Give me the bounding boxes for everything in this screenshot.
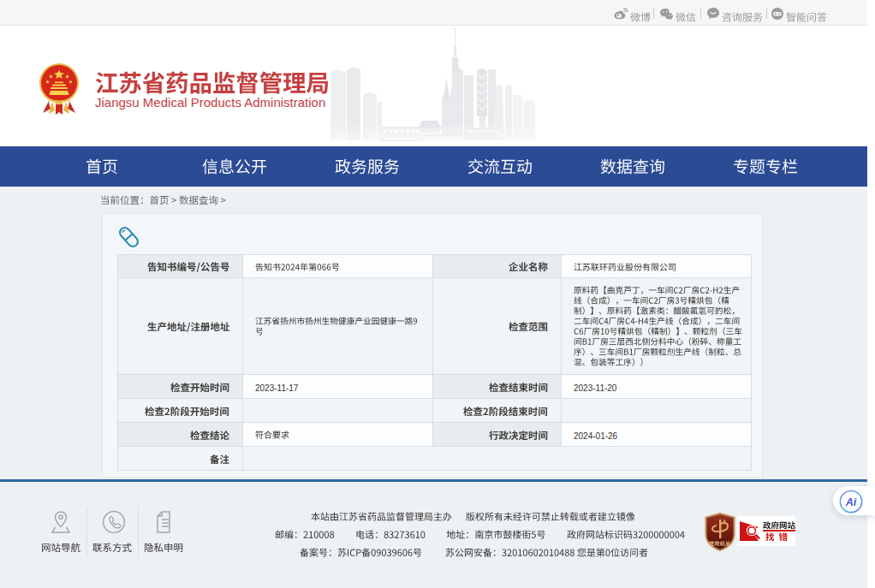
svg-text:Ai: Ai bbox=[845, 496, 857, 508]
